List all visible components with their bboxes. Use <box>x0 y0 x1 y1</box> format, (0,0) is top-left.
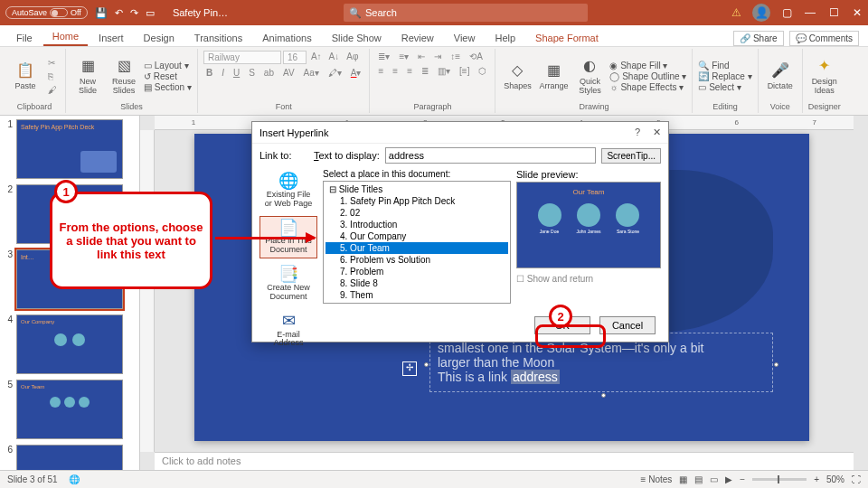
quick-styles-button[interactable]: ◐Quick Styles <box>573 51 606 101</box>
spacing-icon[interactable]: AV <box>280 67 297 79</box>
cut-icon[interactable]: ✂ <box>45 57 60 69</box>
zoom-slider[interactable] <box>752 478 807 481</box>
language-indicator[interactable]: 🌐 <box>69 474 80 484</box>
shrink-font-icon[interactable]: A↓ <box>326 51 343 64</box>
view-normal-icon[interactable]: ▦ <box>679 474 687 484</box>
ribbon-display-icon[interactable]: ▢ <box>779 5 794 20</box>
shape-outline-button[interactable]: ◯ Shape Outline ▾ <box>609 71 686 81</box>
tab-design[interactable]: Design <box>135 29 184 46</box>
tab-view[interactable]: View <box>445 29 485 46</box>
columns-icon[interactable]: ▥▾ <box>435 65 453 77</box>
bullets-icon[interactable]: ≣▾ <box>375 51 392 62</box>
zoom-out-icon[interactable]: − <box>740 474 745 484</box>
tab-help[interactable]: Help <box>486 29 524 46</box>
comments-button[interactable]: 💬 Comments <box>789 31 859 46</box>
tree-item[interactable]: 1. Safety Pin App Pitch Deck <box>326 195 508 207</box>
tab-file[interactable]: File <box>7 29 42 46</box>
smartart-icon[interactable]: ⬡ <box>476 65 489 77</box>
maximize-icon[interactable]: ☐ <box>826 5 841 20</box>
font-size-box[interactable]: 16 <box>283 51 307 64</box>
zoom-in-icon[interactable]: + <box>814 474 819 484</box>
numbering-icon[interactable]: ≡▾ <box>396 51 411 62</box>
align-center-icon[interactable]: ≡ <box>390 65 401 77</box>
align-left-icon[interactable]: ≡ <box>375 65 386 77</box>
tab-transitions[interactable]: Transitions <box>185 29 251 46</box>
font-color-icon[interactable]: A▾ <box>348 67 364 79</box>
section-button[interactable]: ▤ Section ▾ <box>144 82 192 92</box>
indent-inc-icon[interactable]: ⇥ <box>431 51 444 62</box>
thumbnail-6[interactable]: 6 <box>4 445 136 470</box>
rotate-handle-icon[interactable]: ✢ <box>402 361 417 376</box>
font-name-box[interactable]: Railway <box>203 51 281 64</box>
view-sorter-icon[interactable]: ▤ <box>694 474 703 484</box>
tree-item[interactable]: 7. Problem <box>326 266 508 277</box>
cancel-button[interactable]: Cancel <box>599 316 656 334</box>
show-and-return-checkbox[interactable]: ☐ Show and return <box>516 274 661 284</box>
shape-fill-button[interactable]: ◉ Shape Fill ▾ <box>609 61 686 70</box>
thumbnail-5[interactable]: 5Our Team <box>4 380 136 439</box>
account-icon[interactable]: 👤 <box>752 4 770 22</box>
paste-button[interactable]: 📋Paste <box>9 51 42 101</box>
notes-toggle[interactable]: ≡ Notes <box>641 474 673 484</box>
new-slide-button[interactable]: ▦New Slide <box>71 51 104 101</box>
find-button[interactable]: 🔍 Find <box>698 61 751 70</box>
bold-icon[interactable]: B <box>203 67 215 79</box>
underline-icon[interactable]: U <box>231 67 242 79</box>
tab-home[interactable]: Home <box>43 27 88 46</box>
autosave-toggle[interactable]: AutoSave Off <box>5 6 88 19</box>
tab-slideshow[interactable]: Slide Show <box>323 29 391 46</box>
align-text-icon[interactable]: [≡] <box>457 65 472 77</box>
slide-tree[interactable]: ⊟ Slide Titles 1. Safety Pin App Pitch D… <box>323 181 511 304</box>
warning-icon[interactable]: ⚠ <box>729 5 743 20</box>
select-button[interactable]: ▭ Select ▾ <box>698 82 751 92</box>
copy-icon[interactable]: ⎘ <box>45 70 60 82</box>
undo-icon[interactable]: ↶ <box>115 7 123 19</box>
highlight-icon[interactable]: 🖍▾ <box>326 67 344 79</box>
screentip-button[interactable]: ScreenTip... <box>601 148 661 164</box>
indent-dec-icon[interactable]: ⇤ <box>415 51 428 62</box>
link-existing-file[interactable]: 🌐Existing File or Web Page <box>259 169 317 212</box>
text-direction-icon[interactable]: ⟲A <box>467 51 486 62</box>
align-right-icon[interactable]: ≡ <box>404 65 415 77</box>
italic-icon[interactable]: I <box>219 67 227 79</box>
tree-item-selected[interactable]: 5. Our Team <box>326 242 508 254</box>
tree-item[interactable]: 2. 02 <box>326 207 508 219</box>
save-icon[interactable]: 💾 <box>95 7 108 19</box>
redo-icon[interactable]: ↷ <box>130 7 138 19</box>
text-to-display-input[interactable] <box>385 147 597 164</box>
design-ideas-button[interactable]: ✦Design Ideas <box>808 51 841 101</box>
dialog-help-icon[interactable]: ? <box>635 127 640 138</box>
strike-icon[interactable]: S <box>246 67 258 79</box>
tree-item[interactable]: 8. Slide 8 <box>326 277 508 289</box>
tree-item[interactable]: 3. Introduction <box>326 219 508 230</box>
format-painter-icon[interactable]: 🖌 <box>45 84 60 96</box>
notes-pane[interactable]: Click to add notes <box>155 452 854 470</box>
link-email[interactable]: ✉E-mail Address <box>259 309 317 352</box>
close-icon[interactable]: ✕ <box>850 5 864 20</box>
dictate-button[interactable]: 🎤Dictate <box>764 51 797 101</box>
share-button[interactable]: 🔗 Share <box>733 31 784 46</box>
tree-item[interactable]: 6. Problem vs Solution <box>326 254 508 266</box>
shape-effects-button[interactable]: ☼ Shape Effects ▾ <box>609 82 686 92</box>
layout-button[interactable]: ▭ Layout ▾ <box>144 61 192 70</box>
shadow-icon[interactable]: ab <box>261 67 277 79</box>
tab-animations[interactable]: Animations <box>253 29 320 46</box>
arrange-button[interactable]: ▦Arrange <box>537 51 570 101</box>
grow-font-icon[interactable]: A↑ <box>308 51 325 64</box>
reuse-slides-button[interactable]: ▧Reuse Slides <box>108 51 140 101</box>
search-box[interactable]: 🔍 Search <box>344 4 588 22</box>
start-slideshow-icon[interactable]: ▭ <box>146 7 155 19</box>
minimize-icon[interactable]: — <box>803 5 817 20</box>
fit-to-window-icon[interactable]: ⛶ <box>852 474 861 484</box>
line-spacing-icon[interactable]: ↕≡ <box>448 51 463 62</box>
dialog-close-icon[interactable]: ✕ <box>653 127 661 138</box>
link-create-new[interactable]: 📑Create New Document <box>259 262 317 305</box>
replace-button[interactable]: 🔄 Replace ▾ <box>698 71 751 81</box>
thumbnail-1[interactable]: 1Safety Pin App Pitch Deck <box>4 119 136 179</box>
justify-icon[interactable]: ≣ <box>419 65 431 77</box>
tab-shape-format[interactable]: Shape Format <box>526 29 608 46</box>
zoom-level[interactable]: 50% <box>826 474 844 484</box>
change-case-icon[interactable]: Aa▾ <box>301 67 322 79</box>
reset-button[interactable]: ↺ Reset <box>144 71 192 81</box>
shapes-button[interactable]: ◇Shapes <box>501 51 533 101</box>
